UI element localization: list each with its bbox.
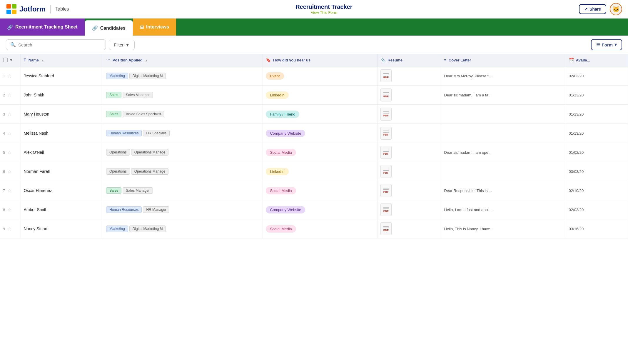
row-number: 9 (3, 227, 5, 231)
row-position-cell: OperationsOperations Manage (103, 143, 263, 162)
row-checkbox-cell: 7 ☆ (0, 181, 21, 200)
position-col-type-icon: ⋯ (106, 58, 110, 62)
tab-interviews[interactable]: ⊞ Interviews (133, 19, 176, 36)
row-name-cell: John Smith (21, 86, 103, 105)
tab-tracking-sheet[interactable]: 🔗 Recruitment Tracking Sheet (0, 19, 85, 36)
row-star-icon[interactable]: ☆ (7, 188, 11, 193)
how-heard-badge: Event (266, 72, 284, 80)
pdf-icon[interactable]: PDF (380, 146, 392, 159)
col-name-label: Name (29, 58, 39, 62)
toolbar-left: 🔍 Filter ▼ (6, 39, 135, 50)
header-center: Recruitment Tracker View This Form (295, 4, 352, 15)
row-date-cell: 01/13/20 (566, 86, 628, 105)
col-position: ⋯ Position Applied ▲ (103, 54, 263, 66)
row-checkbox-cell: 8 ☆ (0, 200, 21, 219)
how-heard-badge: Family / Friend (266, 111, 299, 118)
row-date-cell: 03/16/20 (566, 219, 628, 238)
position-tag: Marketing (106, 226, 128, 232)
row-star-icon[interactable]: ☆ (7, 226, 11, 232)
col-how-heard-label: How did you hear us (273, 58, 310, 62)
row-how-heard-cell: Company Website (263, 124, 377, 143)
col-available-label: Availa... (576, 58, 590, 62)
share-icon: ↗ (584, 7, 588, 11)
table-row: 8 ☆ Amber SmithHuman ResourcesHR Manager… (0, 200, 628, 219)
row-number: 1 (3, 74, 5, 78)
position-tag: Sales (106, 111, 121, 117)
form-chevron-icon: ▾ (614, 42, 617, 47)
row-resume-cell: PDF (377, 124, 441, 143)
cover-letter-text: Dear sir/madam, I am ope... (444, 150, 492, 155)
filter-button[interactable]: Filter ▼ (109, 40, 135, 50)
pdf-icon[interactable]: PDF (380, 184, 392, 197)
col-cover-letter: ≡ Cover Letter (441, 54, 566, 66)
col-position-label: Position Applied (113, 58, 143, 62)
row-name-cell: Oscar Himenez (21, 181, 103, 200)
tab-candidates[interactable]: 🔗 Candidates (85, 20, 133, 36)
avatar-emoji: 🐱 (612, 6, 620, 13)
search-wrap: 🔍 (6, 39, 106, 50)
row-star-icon[interactable]: ☆ (7, 73, 11, 79)
col-resume-label: Resume (388, 58, 402, 62)
data-table: ▾ T Name ▲ ⋯ Position Applied ▲ 🔖 How di… (0, 54, 628, 238)
row-star-icon[interactable]: ☆ (7, 207, 11, 213)
row-checkbox-cell: 2 ☆ (0, 86, 21, 105)
share-button[interactable]: ↗ Share (579, 4, 606, 14)
row-resume-cell: PDF (377, 219, 441, 238)
row-position-cell: Human ResourcesHR Manager (103, 200, 263, 219)
row-cover-letter-cell (441, 162, 566, 181)
search-input[interactable] (18, 42, 101, 47)
available-col-icon: 📅 (569, 58, 574, 62)
row-star-icon[interactable]: ☆ (7, 169, 11, 174)
how-heard-badge: Social Media (266, 187, 296, 194)
name-sort-icon[interactable]: ▲ (41, 59, 44, 62)
header-right: ↗ Share 🐱 (579, 3, 622, 15)
pdf-icon[interactable]: PDF (380, 222, 392, 235)
pdf-icon[interactable]: PDF (380, 165, 392, 178)
table-row: 2 ☆ John SmithSalesSales ManagerLinkedIn… (0, 86, 628, 105)
position-tag: Digital Marketing M (129, 73, 166, 79)
form-button[interactable]: ☰ Form ▾ (591, 39, 622, 50)
filter-label: Filter (114, 42, 123, 47)
pdf-icon[interactable]: PDF (380, 203, 392, 216)
row-number: 3 (3, 112, 5, 116)
page-title: Recruitment Tracker (295, 4, 352, 10)
logo[interactable]: Jotform (6, 4, 46, 15)
cover-letter-col-icon: ≡ (444, 58, 447, 62)
date-text: 03/03/20 (569, 169, 584, 174)
tab-interviews-label: Interviews (146, 24, 169, 30)
pdf-icon[interactable]: PDF (380, 89, 392, 101)
row-star-icon[interactable]: ☆ (7, 131, 11, 136)
tab-interviews-icon: ⊞ (140, 24, 144, 30)
avatar[interactable]: 🐱 (610, 3, 622, 15)
select-all-checkbox[interactable] (3, 58, 8, 62)
col-resume: 📎 Resume (377, 54, 441, 66)
pdf-icon[interactable]: PDF (380, 108, 392, 121)
cover-letter-text: Hello, This is Nancy. I have... (444, 227, 493, 231)
row-how-heard-cell: Event (263, 66, 377, 86)
table-row: 6 ☆ Norman FarellOperationsOperations Ma… (0, 162, 628, 181)
position-sort-icon[interactable]: ▲ (145, 59, 148, 62)
row-how-heard-cell: Social Media (263, 181, 377, 200)
row-cover-letter-cell: Hello, This is Nancy. I have... (441, 219, 566, 238)
col-how-heard: 🔖 How did you hear us (263, 54, 377, 66)
logo-icon (6, 4, 17, 15)
row-star-icon[interactable]: ☆ (7, 111, 11, 117)
pdf-icon[interactable]: PDF (380, 127, 392, 140)
row-cover-letter-cell: Dear sir/madam, I am a fa... (441, 86, 566, 105)
row-star-icon[interactable]: ☆ (7, 150, 11, 155)
row-star-icon[interactable]: ☆ (7, 92, 11, 98)
row-chevron-icon[interactable]: ▾ (10, 58, 12, 62)
position-tag: Sales (106, 187, 121, 194)
toolbar-right: ☰ Form ▾ (591, 39, 622, 50)
tab-tracking-label: Recruitment Tracking Sheet (15, 24, 78, 30)
logo-text: Jotform (19, 5, 46, 13)
row-number: 4 (3, 131, 5, 136)
view-form-link[interactable]: View This Form (295, 10, 352, 15)
row-checkbox-cell: 6 ☆ (0, 162, 21, 181)
svg-rect-2 (6, 10, 11, 14)
how-heard-badge: Social Media (266, 225, 296, 233)
row-date-cell: 01/13/20 (566, 124, 628, 143)
row-checkbox-cell: 5 ☆ (0, 143, 21, 162)
pdf-icon[interactable]: PDF (380, 69, 392, 82)
row-number: 7 (3, 188, 5, 193)
